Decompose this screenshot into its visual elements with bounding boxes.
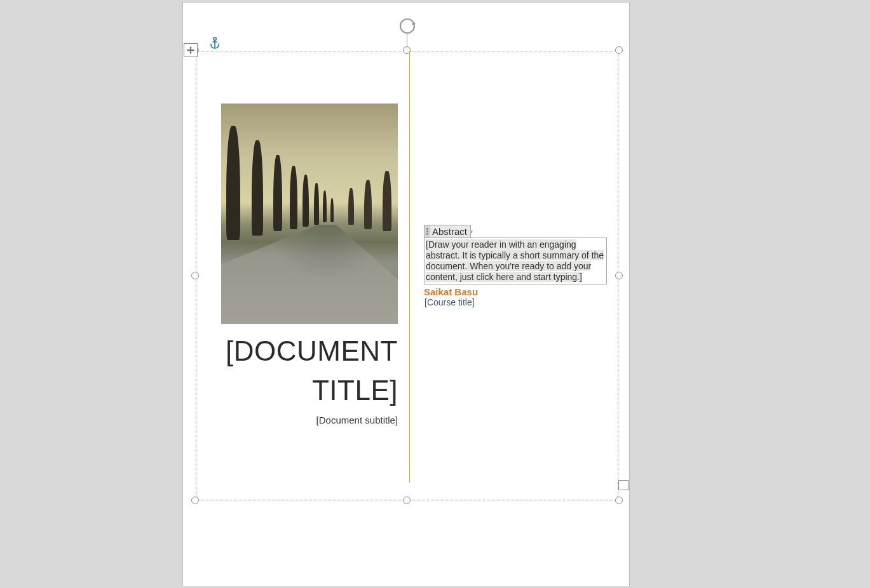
resize-handle-top-right[interactable] <box>615 46 623 54</box>
content-control-label: Abstract <box>430 225 470 237</box>
content-control-tag-abstract[interactable]: Abstract <box>424 225 471 238</box>
layout-options-handle[interactable] <box>618 480 629 490</box>
author-name[interactable]: Saikat Basu <box>424 286 478 297</box>
rotate-handle-icon[interactable] <box>398 17 417 36</box>
move-handle-icon[interactable] <box>184 43 198 57</box>
resize-handle-bottom-center[interactable] <box>403 497 411 504</box>
course-title-placeholder[interactable]: [Course title] <box>425 297 475 307</box>
content-control-grip-icon[interactable] <box>425 225 430 237</box>
cover-image[interactable] <box>221 104 398 324</box>
resize-handle-middle-left[interactable] <box>191 272 199 279</box>
anchor-icon <box>210 37 221 50</box>
abstract-placeholder-text[interactable]: [Draw your reader in with an engaging ab… <box>426 239 604 282</box>
svg-point-0 <box>400 19 414 33</box>
svg-point-1 <box>214 37 217 41</box>
resize-handle-bottom-right[interactable] <box>615 497 623 504</box>
resize-handle-bottom-left[interactable] <box>191 497 199 504</box>
content-control-caret-icon <box>470 229 473 234</box>
document-title-placeholder[interactable]: [DOCUMENT TITLE] <box>221 331 398 410</box>
resize-handle-middle-right[interactable] <box>615 272 623 279</box>
column-divider <box>409 51 410 483</box>
abstract-content-control[interactable]: [Draw your reader in with an engaging ab… <box>424 237 607 284</box>
document-subtitle-placeholder[interactable]: [Document subtitle] <box>221 415 398 425</box>
